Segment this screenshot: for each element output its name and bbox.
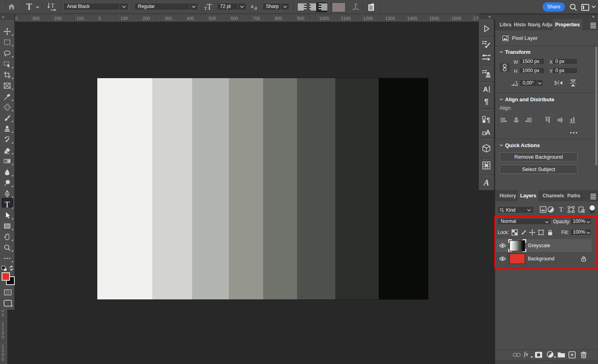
svg-text:T: T — [51, 2, 54, 9]
svg-text:A: A — [486, 129, 490, 136]
svg-text:T: T — [354, 3, 358, 9]
svg-text:T: T — [559, 206, 563, 213]
svg-text:¶: ¶ — [484, 97, 489, 106]
svg-text:¶: ¶ — [487, 117, 490, 124]
svg-text:A: A — [483, 178, 489, 187]
svg-text:A: A — [483, 86, 488, 93]
